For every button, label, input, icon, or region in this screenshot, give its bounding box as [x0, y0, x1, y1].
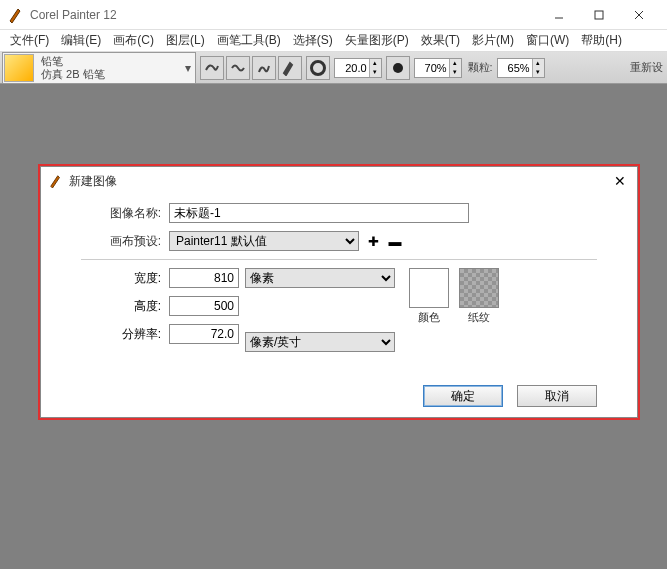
- app-icon: [8, 7, 24, 23]
- cancel-button[interactable]: 取消: [517, 385, 597, 407]
- dialog-icon: [49, 174, 63, 188]
- brush-category: 铅笔: [41, 55, 105, 68]
- spin-up-icon[interactable]: ▴: [532, 59, 544, 68]
- dimension-unit-select[interactable]: 像素: [245, 268, 395, 288]
- paper-color-swatch[interactable]: [409, 268, 449, 308]
- brush-selector[interactable]: 铅笔 仿真 2B 铅笔 ▾: [2, 52, 196, 84]
- dialog-title: 新建图像: [69, 173, 611, 190]
- brush-icon: [4, 54, 34, 82]
- paper-color-label: 颜色: [418, 310, 440, 325]
- grain-label: 颗粒:: [468, 60, 493, 75]
- opacity-preview-icon[interactable]: [386, 56, 410, 80]
- spin-down-icon[interactable]: ▾: [449, 68, 461, 77]
- image-name-input[interactable]: [169, 203, 469, 223]
- add-preset-button[interactable]: ✚: [365, 233, 381, 249]
- reset-label[interactable]: 重新设: [630, 60, 667, 75]
- menu-file[interactable]: 文件(F): [4, 30, 55, 51]
- menu-select[interactable]: 选择(S): [287, 30, 339, 51]
- svg-rect-1: [595, 11, 603, 19]
- paper-texture-label: 纸纹: [468, 310, 490, 325]
- menu-edit[interactable]: 编辑(E): [55, 30, 107, 51]
- menu-bar: 文件(F) 编辑(E) 画布(C) 图层(L) 画笔工具(B) 选择(S) 矢量…: [0, 30, 667, 52]
- width-label: 宽度:: [81, 270, 169, 287]
- canvas-preset-label: 画布预设:: [81, 233, 169, 250]
- menu-movie[interactable]: 影片(M): [466, 30, 520, 51]
- app-title: Corel Painter 12: [30, 8, 539, 22]
- spin-up-icon[interactable]: ▴: [449, 59, 461, 68]
- menu-canvas[interactable]: 画布(C): [107, 30, 160, 51]
- window-titlebar: Corel Painter 12: [0, 0, 667, 30]
- dialog-titlebar: 新建图像 ✕: [41, 167, 637, 195]
- property-bar: 铅笔 仿真 2B 铅笔 ▾ 20.0 ▴▾ 70% ▴▾ 颗粒: 65% ▴▾ …: [0, 52, 667, 84]
- window-minimize-button[interactable]: [539, 1, 579, 29]
- tool-icon-4[interactable]: [278, 56, 302, 80]
- menu-effect[interactable]: 效果(T): [415, 30, 466, 51]
- tool-icon-1[interactable]: [200, 56, 224, 80]
- brush-size-input[interactable]: 20.0 ▴▾: [334, 58, 382, 78]
- window-maximize-button[interactable]: [579, 1, 619, 29]
- tool-icon-3[interactable]: [252, 56, 276, 80]
- chevron-down-icon[interactable]: ▾: [181, 61, 195, 75]
- spin-down-icon[interactable]: ▾: [532, 68, 544, 77]
- window-close-button[interactable]: [619, 1, 659, 29]
- height-input[interactable]: [169, 296, 239, 316]
- size-preview-icon[interactable]: [306, 56, 330, 80]
- remove-preset-button[interactable]: ▬: [387, 233, 403, 249]
- brush-variant: 仿真 2B 铅笔: [41, 68, 105, 81]
- spin-up-icon[interactable]: ▴: [369, 59, 381, 68]
- new-image-dialog: 新建图像 ✕ 图像名称: 画布预设: Painter11 默认值 ✚ ▬ 宽度:: [38, 164, 640, 420]
- brush-opacity-value: 70%: [415, 62, 449, 74]
- brush-grain-input[interactable]: 65% ▴▾: [497, 58, 545, 78]
- resolution-label: 分辨率:: [81, 326, 169, 343]
- tool-icon-2[interactable]: [226, 56, 250, 80]
- divider: [81, 259, 597, 260]
- dialog-close-button[interactable]: ✕: [611, 172, 629, 190]
- resolution-unit-select[interactable]: 像素/英寸: [245, 332, 395, 352]
- menu-help[interactable]: 帮助(H): [575, 30, 628, 51]
- brush-grain-value: 65%: [498, 62, 532, 74]
- menu-brush[interactable]: 画笔工具(B): [211, 30, 287, 51]
- ok-button[interactable]: 确定: [423, 385, 503, 407]
- menu-window[interactable]: 窗口(W): [520, 30, 575, 51]
- menu-layer[interactable]: 图层(L): [160, 30, 211, 51]
- brush-opacity-input[interactable]: 70% ▴▾: [414, 58, 462, 78]
- paper-texture-swatch[interactable]: [459, 268, 499, 308]
- canvas-preset-select[interactable]: Painter11 默认值: [169, 231, 359, 251]
- resolution-input[interactable]: [169, 324, 239, 344]
- width-input[interactable]: [169, 268, 239, 288]
- height-label: 高度:: [81, 298, 169, 315]
- menu-vector[interactable]: 矢量图形(P): [339, 30, 415, 51]
- image-name-label: 图像名称:: [81, 205, 169, 222]
- brush-size-value: 20.0: [335, 62, 369, 74]
- spin-down-icon[interactable]: ▾: [369, 68, 381, 77]
